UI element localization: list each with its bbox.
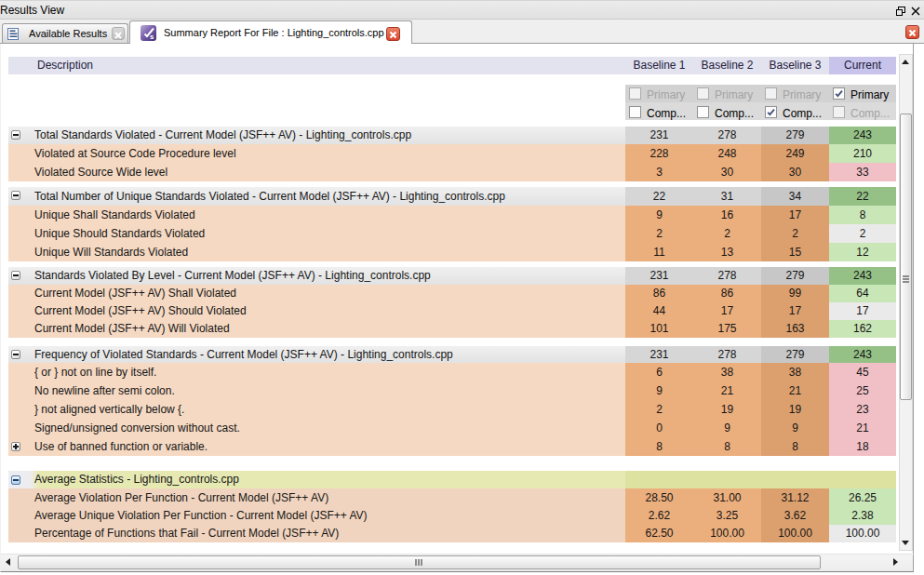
- svg-text:s: s: [150, 33, 154, 41]
